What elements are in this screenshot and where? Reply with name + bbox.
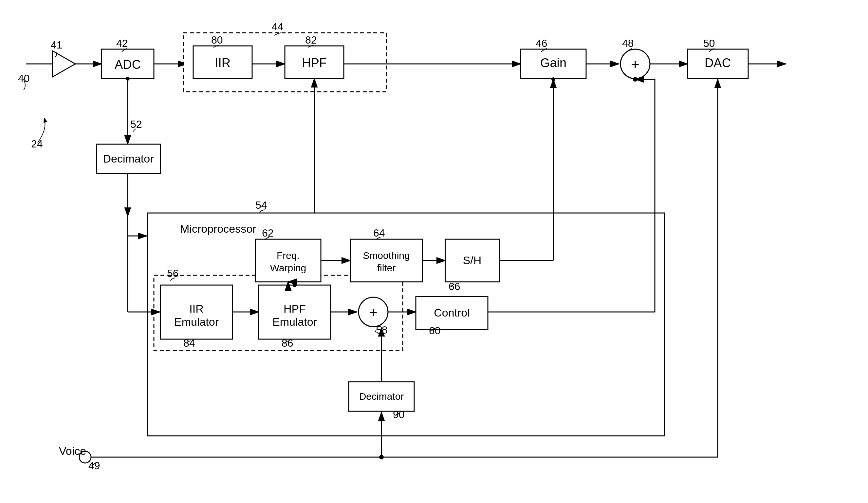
label-42: 42 [116, 37, 128, 49]
control-label: Control [434, 306, 470, 319]
block-diagram: ADC IIR HPF Gain + DAC 40 41 42 44 80 82… [0, 0, 868, 503]
svg-text:Emulator: Emulator [174, 315, 219, 328]
freq-warping-label1: Freq. [277, 250, 300, 261]
label-60: 60 [429, 325, 441, 336]
sh-label: S/H [463, 254, 482, 266]
label-82: 82 [305, 34, 317, 46]
label-66: 66 [448, 281, 461, 292]
label-80: 80 [211, 34, 223, 46]
label-40: 40 [18, 72, 30, 84]
label-44: 44 [272, 21, 283, 32]
microprocessor-label: Microprocessor [180, 222, 256, 235]
label-41: 41 [51, 39, 63, 51]
label-62: 62 [262, 227, 274, 239]
decimator1-label: Decimator [103, 152, 154, 165]
label-84: 84 [183, 337, 195, 349]
iir-label: IIR [215, 56, 231, 70]
iir-emulator-label: IIR [189, 302, 203, 315]
label-86: 86 [282, 337, 293, 349]
label-56: 56 [167, 268, 179, 279]
label-50: 50 [703, 37, 715, 49]
hpf-emulator-label: HPF [283, 302, 306, 315]
label-48: 48 [622, 37, 634, 49]
hpf-label: HPF [302, 56, 327, 70]
svg-point-15 [126, 77, 130, 81]
voice-label: Voice [59, 445, 86, 457]
dac-label: DAC [705, 56, 731, 70]
svg-text:+: + [631, 56, 639, 72]
label-90: 90 [393, 409, 405, 420]
decimator2-label: Decimator [359, 391, 404, 402]
label-49: 49 [89, 460, 100, 472]
smoothing-filter-label2: filter [377, 262, 396, 273]
freq-warping-label2: Warping [270, 262, 307, 273]
svg-point-41 [633, 77, 638, 82]
label-54: 54 [255, 199, 267, 211]
svg-point-50 [379, 455, 384, 460]
label-52: 52 [130, 118, 142, 130]
svg-text:+: + [369, 304, 378, 321]
label-24: 24 [31, 138, 43, 150]
svg-text:Emulator: Emulator [272, 315, 317, 328]
label-64: 64 [373, 227, 385, 239]
gain-label: Gain [540, 56, 567, 70]
smoothing-filter-label1: Smoothing [363, 250, 410, 261]
svg-point-37 [551, 77, 555, 81]
adc-label: ADC [115, 58, 141, 71]
label-46: 46 [536, 37, 547, 49]
